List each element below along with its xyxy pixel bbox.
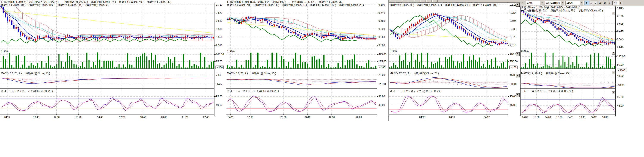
period-value-spinner[interactable]: 1◪ bbox=[590, 1, 597, 5]
contract-month-select[interactable]: 11/06▼ bbox=[565, 1, 584, 5]
value-axis: 9,8159,7559,6959,6359,5759,515120.0050.0… bbox=[616, 0, 644, 121]
axis-tick bbox=[616, 16, 617, 16]
price-tick-label: 9,670 bbox=[216, 12, 222, 14]
chart-panel-4: 日経225mini 11/06( 60分, 2011/04/04 - 2011/… bbox=[520, 0, 644, 121]
period-button-T[interactable]: T bbox=[618, 1, 623, 5]
axis-tick bbox=[377, 54, 378, 54]
price-tick-label: 9,515 bbox=[510, 44, 516, 47]
time-axis-label: 04/12 bbox=[484, 116, 490, 118]
period-button-月[interactable]: 月 bbox=[608, 1, 612, 5]
chart-panel-3: 日経225mini 11/06( 30分, 2011/04/04 - 2011/… bbox=[388, 0, 520, 121]
axis-tick bbox=[616, 8, 617, 8]
chart-panel-2: 日経225mini 11/06( 15分, 2011/04/04 - 2011/… bbox=[226, 0, 388, 121]
price-tick-label: 9,620 bbox=[378, 28, 385, 30]
time-axis-label: 13:20 bbox=[76, 116, 82, 118]
chart-canvas[interactable] bbox=[520, 0, 616, 121]
axis-tick bbox=[377, 13, 378, 13]
volume-multiplier-badge: × 100 bbox=[216, 66, 224, 69]
chevron-down-icon[interactable]: ▼ bbox=[580, 1, 584, 5]
macd-tick-label: -10.00 bbox=[510, 82, 517, 86]
macd-ma-label: 移動平均( Close, 75 ) bbox=[252, 72, 276, 75]
axis-tick bbox=[616, 32, 617, 32]
macd-tick-label: -20.00 bbox=[378, 82, 386, 86]
section-expand-arrow-icon[interactable]: ◥ bbox=[612, 12, 615, 15]
axis-tick bbox=[214, 84, 216, 84]
price-tick-label: 9,560 bbox=[378, 36, 385, 38]
macd-label: MACD( 12, 26, 9 ) bbox=[390, 72, 410, 75]
volume-section-label: 出来高 bbox=[227, 50, 235, 53]
price-tick-label: 9,710 bbox=[216, 3, 222, 6]
volume-tick-label: 120.00 bbox=[617, 55, 625, 58]
price-tick-label: 9,755 bbox=[617, 14, 624, 18]
time-axis-label: 04/08 bbox=[545, 116, 551, 118]
axis-tick bbox=[616, 76, 617, 76]
chart-canvas[interactable] bbox=[0, 0, 214, 121]
section-dropdown-button[interactable]: ▼ bbox=[516, 52, 520, 56]
time-axis-label: 12:00 bbox=[247, 116, 253, 118]
clipped-toolbar-button[interactable] bbox=[402, 0, 407, 2]
axis-tick bbox=[377, 62, 378, 62]
price-tick-label: 9,695 bbox=[510, 20, 516, 22]
period-value: 1 bbox=[590, 1, 592, 4]
time-axis-label: 14:40 bbox=[97, 116, 103, 118]
axis-tick bbox=[377, 84, 378, 84]
time-axis-label: 22:40 bbox=[203, 116, 209, 118]
price-tick-label: 9,510 bbox=[216, 44, 222, 47]
axis-tick bbox=[508, 29, 509, 29]
category-select[interactable]: 先物▼ bbox=[526, 1, 544, 5]
section-expand-arrow-icon[interactable]: ◥ bbox=[612, 71, 615, 74]
stoch-section-label: スロー・ストキャスティクス( 14, 3, 80, 20 ) bbox=[390, 89, 442, 93]
chevron-down-icon[interactable]: ▼ bbox=[540, 1, 544, 5]
stoch-tick-label: 90.00 bbox=[378, 95, 385, 98]
axis-tick bbox=[377, 75, 378, 75]
macd-section-label: MACD( 12, 26, 9 )移動平均( Close, 75 ) bbox=[390, 72, 439, 75]
price-tick-label: 9,550 bbox=[216, 36, 222, 38]
clipped-toolbar-button[interactable] bbox=[426, 0, 432, 2]
toolbar-overflow-button[interactable]: ▼ bbox=[521, 1, 525, 5]
section-dropdown-button[interactable]: ▼ bbox=[516, 3, 520, 7]
volume-section-label: 出来高 bbox=[521, 50, 529, 53]
clipped-toolbar-button[interactable] bbox=[396, 0, 401, 2]
value-axis: 9,8159,7559,6959,6359,5759,515900.00350.… bbox=[508, 0, 520, 121]
axis-tick bbox=[214, 5, 216, 5]
price-tick-label: 9,575 bbox=[617, 38, 624, 41]
axis-tick bbox=[616, 39, 617, 40]
section-expand-arrow-icon[interactable]: ◥ bbox=[612, 52, 615, 54]
time-axis-label: 16:30 bbox=[602, 116, 608, 118]
time-axis-label: 04/11 bbox=[568, 116, 574, 118]
period-button-分[interactable]: 分 bbox=[613, 1, 618, 5]
axis-tick bbox=[214, 45, 216, 46]
axis-tick bbox=[214, 105, 216, 105]
clipped-toolbar-button[interactable] bbox=[420, 0, 426, 2]
time-axis-label: 16:30 bbox=[534, 116, 540, 118]
clipped-toolbar-button[interactable] bbox=[414, 0, 420, 2]
stoch-tick-label: 95.00 bbox=[617, 96, 624, 98]
volume-tick-label: 85.00 bbox=[216, 60, 222, 63]
section-dropdown-button[interactable]: ▼ bbox=[516, 74, 520, 78]
chart-canvas[interactable] bbox=[389, 0, 508, 121]
value-axis: 9,7109,6709,6309,5909,5509,510200.0085.0… bbox=[214, 0, 226, 121]
axis-tick bbox=[214, 54, 216, 54]
price-tick-label: 9,815 bbox=[510, 3, 516, 6]
axis-tick bbox=[508, 5, 509, 5]
axis-tick bbox=[214, 75, 216, 75]
stoch-tick-label: 95.00 bbox=[510, 95, 516, 98]
section-dropdown-button[interactable]: ▼ bbox=[516, 93, 520, 97]
time-axis-label: 16:30 bbox=[556, 116, 562, 118]
volume-multiplier-badge: × 100 bbox=[509, 66, 518, 69]
value-axis: 9,8009,7409,6809,6209,5609,500425.00185.… bbox=[377, 0, 388, 121]
macd-section-label: MACD( 12, 26, 9 )移動平均( Close, 75 ) bbox=[521, 72, 570, 75]
section-expand-arrow-icon[interactable]: ◥ bbox=[612, 92, 615, 94]
price-tick-label: 9,635 bbox=[510, 28, 516, 30]
clipped-toolbar-button[interactable] bbox=[432, 0, 438, 2]
clipped-toolbar-button[interactable] bbox=[390, 0, 395, 2]
period-button-日[interactable]: 日 bbox=[598, 1, 602, 5]
price-tick-label: 9,680 bbox=[378, 20, 385, 22]
calendar-flip-icon: ◪ bbox=[595, 2, 596, 4]
axis-tick bbox=[377, 29, 378, 29]
period-button-週[interactable]: 週 bbox=[603, 1, 607, 5]
chart-canvas[interactable] bbox=[226, 0, 377, 121]
chevron-down-icon[interactable]: ▼ bbox=[561, 1, 564, 5]
clipped-toolbar-button[interactable] bbox=[408, 0, 414, 2]
symbol-select[interactable]: 日経225mini▼ bbox=[545, 1, 565, 5]
